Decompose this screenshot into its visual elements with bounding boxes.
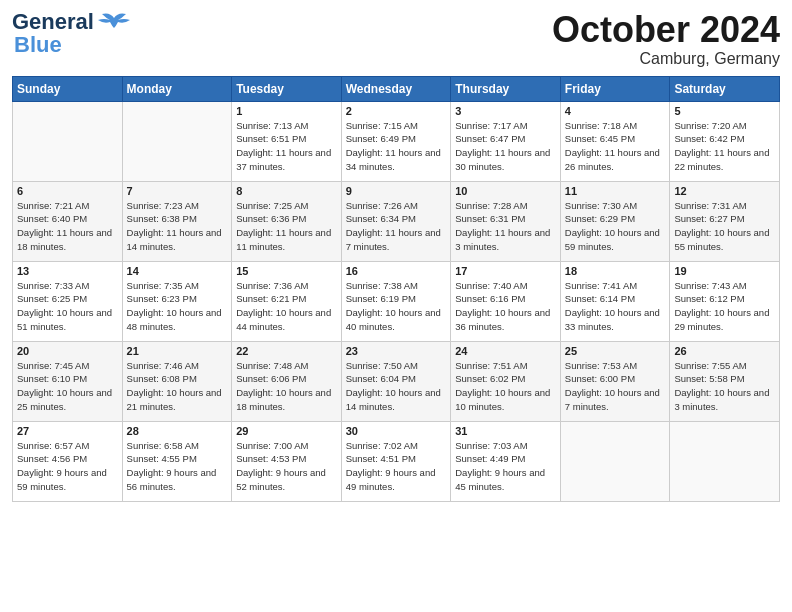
day-info: Sunrise: 7:43 AM Sunset: 6:12 PM Dayligh…	[674, 279, 775, 334]
calendar-cell: 27Sunrise: 6:57 AM Sunset: 4:56 PM Dayli…	[13, 421, 123, 501]
calendar-cell: 1Sunrise: 7:13 AM Sunset: 6:51 PM Daylig…	[232, 101, 342, 181]
month-title: October 2024	[552, 10, 780, 50]
calendar-cell: 18Sunrise: 7:41 AM Sunset: 6:14 PM Dayli…	[560, 261, 670, 341]
day-info: Sunrise: 7:28 AM Sunset: 6:31 PM Dayligh…	[455, 199, 556, 254]
day-number: 13	[17, 265, 118, 277]
day-number: 19	[674, 265, 775, 277]
day-info: Sunrise: 7:20 AM Sunset: 6:42 PM Dayligh…	[674, 119, 775, 174]
day-number: 18	[565, 265, 666, 277]
calendar-cell	[670, 421, 780, 501]
day-info: Sunrise: 7:46 AM Sunset: 6:08 PM Dayligh…	[127, 359, 228, 414]
day-number: 28	[127, 425, 228, 437]
calendar-cell	[13, 101, 123, 181]
calendar-cell: 23Sunrise: 7:50 AM Sunset: 6:04 PM Dayli…	[341, 341, 451, 421]
day-info: Sunrise: 7:50 AM Sunset: 6:04 PM Dayligh…	[346, 359, 447, 414]
calendar-table: SundayMondayTuesdayWednesdayThursdayFrid…	[12, 76, 780, 502]
calendar-cell	[122, 101, 232, 181]
calendar-cell: 4Sunrise: 7:18 AM Sunset: 6:45 PM Daylig…	[560, 101, 670, 181]
calendar-cell: 24Sunrise: 7:51 AM Sunset: 6:02 PM Dayli…	[451, 341, 561, 421]
calendar-week-row: 13Sunrise: 7:33 AM Sunset: 6:25 PM Dayli…	[13, 261, 780, 341]
weekday-header-cell: Wednesday	[341, 76, 451, 101]
day-number: 7	[127, 185, 228, 197]
calendar-cell: 2Sunrise: 7:15 AM Sunset: 6:49 PM Daylig…	[341, 101, 451, 181]
day-info: Sunrise: 7:26 AM Sunset: 6:34 PM Dayligh…	[346, 199, 447, 254]
day-info: Sunrise: 7:02 AM Sunset: 4:51 PM Dayligh…	[346, 439, 447, 494]
day-info: Sunrise: 7:17 AM Sunset: 6:47 PM Dayligh…	[455, 119, 556, 174]
header: General Blue October 2024 Camburg, Germa…	[12, 10, 780, 68]
day-number: 16	[346, 265, 447, 277]
day-number: 4	[565, 105, 666, 117]
day-number: 10	[455, 185, 556, 197]
calendar-cell: 13Sunrise: 7:33 AM Sunset: 6:25 PM Dayli…	[13, 261, 123, 341]
day-info: Sunrise: 6:57 AM Sunset: 4:56 PM Dayligh…	[17, 439, 118, 494]
calendar-cell: 19Sunrise: 7:43 AM Sunset: 6:12 PM Dayli…	[670, 261, 780, 341]
day-number: 11	[565, 185, 666, 197]
title-block: October 2024 Camburg, Germany	[552, 10, 780, 68]
day-info: Sunrise: 7:51 AM Sunset: 6:02 PM Dayligh…	[455, 359, 556, 414]
logo-blue: Blue	[14, 34, 62, 56]
day-info: Sunrise: 6:58 AM Sunset: 4:55 PM Dayligh…	[127, 439, 228, 494]
day-number: 17	[455, 265, 556, 277]
calendar-cell: 14Sunrise: 7:35 AM Sunset: 6:23 PM Dayli…	[122, 261, 232, 341]
weekday-header-cell: Thursday	[451, 76, 561, 101]
day-number: 1	[236, 105, 337, 117]
day-number: 31	[455, 425, 556, 437]
day-info: Sunrise: 7:33 AM Sunset: 6:25 PM Dayligh…	[17, 279, 118, 334]
day-number: 8	[236, 185, 337, 197]
day-number: 24	[455, 345, 556, 357]
day-number: 27	[17, 425, 118, 437]
calendar-cell: 8Sunrise: 7:25 AM Sunset: 6:36 PM Daylig…	[232, 181, 342, 261]
weekday-header-cell: Friday	[560, 76, 670, 101]
calendar-body: 1Sunrise: 7:13 AM Sunset: 6:51 PM Daylig…	[13, 101, 780, 501]
calendar-cell: 25Sunrise: 7:53 AM Sunset: 6:00 PM Dayli…	[560, 341, 670, 421]
day-info: Sunrise: 7:40 AM Sunset: 6:16 PM Dayligh…	[455, 279, 556, 334]
logo-general: General	[12, 9, 94, 34]
calendar-cell: 6Sunrise: 7:21 AM Sunset: 6:40 PM Daylig…	[13, 181, 123, 261]
day-info: Sunrise: 7:30 AM Sunset: 6:29 PM Dayligh…	[565, 199, 666, 254]
day-info: Sunrise: 7:31 AM Sunset: 6:27 PM Dayligh…	[674, 199, 775, 254]
calendar-cell: 29Sunrise: 7:00 AM Sunset: 4:53 PM Dayli…	[232, 421, 342, 501]
location-subtitle: Camburg, Germany	[552, 50, 780, 68]
day-info: Sunrise: 7:15 AM Sunset: 6:49 PM Dayligh…	[346, 119, 447, 174]
calendar-cell: 3Sunrise: 7:17 AM Sunset: 6:47 PM Daylig…	[451, 101, 561, 181]
day-info: Sunrise: 7:48 AM Sunset: 6:06 PM Dayligh…	[236, 359, 337, 414]
day-number: 23	[346, 345, 447, 357]
day-number: 2	[346, 105, 447, 117]
calendar-cell: 17Sunrise: 7:40 AM Sunset: 6:16 PM Dayli…	[451, 261, 561, 341]
calendar-cell: 7Sunrise: 7:23 AM Sunset: 6:38 PM Daylig…	[122, 181, 232, 261]
day-info: Sunrise: 7:25 AM Sunset: 6:36 PM Dayligh…	[236, 199, 337, 254]
calendar-cell: 30Sunrise: 7:02 AM Sunset: 4:51 PM Dayli…	[341, 421, 451, 501]
day-number: 22	[236, 345, 337, 357]
calendar-cell: 11Sunrise: 7:30 AM Sunset: 6:29 PM Dayli…	[560, 181, 670, 261]
day-info: Sunrise: 7:38 AM Sunset: 6:19 PM Dayligh…	[346, 279, 447, 334]
day-info: Sunrise: 7:41 AM Sunset: 6:14 PM Dayligh…	[565, 279, 666, 334]
day-number: 5	[674, 105, 775, 117]
calendar-week-row: 6Sunrise: 7:21 AM Sunset: 6:40 PM Daylig…	[13, 181, 780, 261]
weekday-header-cell: Sunday	[13, 76, 123, 101]
day-number: 3	[455, 105, 556, 117]
calendar-cell: 10Sunrise: 7:28 AM Sunset: 6:31 PM Dayli…	[451, 181, 561, 261]
day-info: Sunrise: 7:00 AM Sunset: 4:53 PM Dayligh…	[236, 439, 337, 494]
day-info: Sunrise: 7:35 AM Sunset: 6:23 PM Dayligh…	[127, 279, 228, 334]
calendar-cell: 16Sunrise: 7:38 AM Sunset: 6:19 PM Dayli…	[341, 261, 451, 341]
weekday-header-cell: Tuesday	[232, 76, 342, 101]
calendar-cell: 9Sunrise: 7:26 AM Sunset: 6:34 PM Daylig…	[341, 181, 451, 261]
day-info: Sunrise: 7:13 AM Sunset: 6:51 PM Dayligh…	[236, 119, 337, 174]
logo: General Blue	[12, 10, 132, 56]
day-info: Sunrise: 7:45 AM Sunset: 6:10 PM Dayligh…	[17, 359, 118, 414]
day-number: 25	[565, 345, 666, 357]
calendar-cell: 12Sunrise: 7:31 AM Sunset: 6:27 PM Dayli…	[670, 181, 780, 261]
day-number: 21	[127, 345, 228, 357]
logo-bird-icon	[96, 10, 132, 34]
calendar-cell: 21Sunrise: 7:46 AM Sunset: 6:08 PM Dayli…	[122, 341, 232, 421]
day-info: Sunrise: 7:18 AM Sunset: 6:45 PM Dayligh…	[565, 119, 666, 174]
calendar-cell: 5Sunrise: 7:20 AM Sunset: 6:42 PM Daylig…	[670, 101, 780, 181]
day-number: 6	[17, 185, 118, 197]
calendar-cell: 22Sunrise: 7:48 AM Sunset: 6:06 PM Dayli…	[232, 341, 342, 421]
calendar-week-row: 27Sunrise: 6:57 AM Sunset: 4:56 PM Dayli…	[13, 421, 780, 501]
calendar-week-row: 1Sunrise: 7:13 AM Sunset: 6:51 PM Daylig…	[13, 101, 780, 181]
day-number: 9	[346, 185, 447, 197]
day-number: 29	[236, 425, 337, 437]
day-info: Sunrise: 7:23 AM Sunset: 6:38 PM Dayligh…	[127, 199, 228, 254]
weekday-header-cell: Monday	[122, 76, 232, 101]
